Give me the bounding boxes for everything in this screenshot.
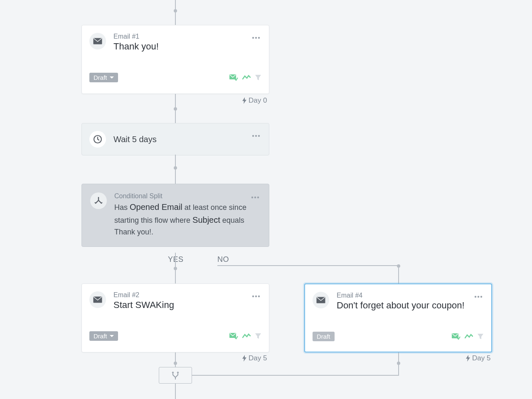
- smart-send-icon[interactable]: [229, 332, 238, 340]
- merge-node[interactable]: [159, 367, 192, 384]
- more-icon[interactable]: [251, 292, 261, 300]
- svg-point-19: [478, 296, 479, 298]
- email-title: Thank you!: [113, 41, 251, 52]
- connector-dot: [174, 166, 177, 170]
- svg-point-13: [252, 296, 254, 297]
- connector-dot: [397, 362, 400, 365]
- svg-point-18: [475, 296, 476, 298]
- email-card-1[interactable]: Email #1 Thank you! Draft: [81, 25, 269, 94]
- mail-icon: [89, 291, 106, 308]
- more-icon[interactable]: [251, 132, 261, 140]
- cond-eyebrow: Conditional Split: [114, 192, 250, 200]
- connector-dot: [397, 264, 400, 268]
- svg-point-6: [252, 135, 254, 137]
- analytics-icon[interactable]: [242, 75, 251, 81]
- smart-send-icon[interactable]: [229, 74, 238, 81]
- flow-canvas: Email #1 Thank you! Draft Day 0 Wait 5 d…: [0, 0, 532, 399]
- filter-icon[interactable]: [477, 333, 484, 340]
- day-text: Day 0: [249, 96, 267, 105]
- day-label: Day 5: [242, 354, 267, 362]
- day-label: Day 5: [466, 354, 490, 362]
- svg-point-10: [254, 197, 256, 198]
- connector-dot: [174, 267, 177, 270]
- svg-point-9: [251, 197, 253, 198]
- analytics-icon[interactable]: [242, 333, 251, 339]
- svg-point-20: [480, 296, 482, 298]
- branch-no-label: NO: [217, 255, 229, 264]
- email-eyebrow: Email #1: [113, 33, 251, 40]
- mail-icon: [89, 33, 106, 49]
- mail-icon: [313, 292, 329, 308]
- status-badge[interactable]: Draft: [313, 332, 335, 341]
- filter-icon[interactable]: [255, 333, 261, 340]
- svg-point-3: [258, 37, 260, 39]
- svg-point-14: [255, 296, 257, 297]
- filter-icon[interactable]: [255, 74, 261, 81]
- split-icon: [90, 192, 107, 209]
- chevron-down-icon: [110, 335, 114, 337]
- svg-point-1: [252, 37, 254, 39]
- status-text: Draft: [94, 74, 107, 81]
- cond-desc: Has Opened Email at least once since sta…: [114, 201, 250, 238]
- email-eyebrow: Email #4: [337, 292, 473, 299]
- lightning-icon: [242, 97, 247, 104]
- chevron-down-icon: [110, 76, 114, 79]
- status-text: Draft: [94, 332, 107, 340]
- connector-dot: [174, 107, 177, 111]
- email-card-4[interactable]: Email #4 Don't forget about your coupon!…: [304, 283, 492, 352]
- svg-point-2: [255, 37, 257, 39]
- more-icon[interactable]: [473, 293, 484, 301]
- lightning-icon: [466, 355, 470, 362]
- email-title: Don't forget about your coupon!: [337, 300, 473, 311]
- connector-line: [192, 375, 399, 376]
- wait-text: Wait 5 days: [113, 135, 251, 144]
- merge-icon: [171, 371, 180, 380]
- more-icon[interactable]: [251, 34, 261, 42]
- svg-point-7: [255, 135, 257, 137]
- connector-line: [175, 0, 176, 25]
- wait-card[interactable]: Wait 5 days: [81, 123, 269, 155]
- clock-icon: [89, 131, 106, 148]
- email-card-2[interactable]: Email #2 Start SWAKing Draft: [81, 283, 269, 352]
- day-text: Day 5: [249, 354, 267, 362]
- connector-dot: [174, 9, 177, 12]
- email-title: Start SWAKing: [113, 300, 251, 310]
- connector-line: [217, 265, 399, 266]
- status-text: Draft: [317, 333, 330, 340]
- conditional-split-card[interactable]: Conditional Split Has Opened Email at le…: [81, 184, 269, 247]
- day-text: Day 5: [472, 354, 490, 362]
- more-icon[interactable]: [250, 193, 261, 202]
- analytics-icon[interactable]: [465, 334, 473, 340]
- email-eyebrow: Email #2: [113, 291, 251, 299]
- status-badge[interactable]: Draft: [89, 331, 118, 341]
- lightning-icon: [242, 355, 247, 362]
- day-label: Day 0: [242, 96, 267, 105]
- connector-dot: [174, 362, 177, 365]
- svg-point-15: [258, 296, 260, 297]
- connector-line: [175, 384, 176, 399]
- status-badge[interactable]: Draft: [89, 73, 118, 82]
- svg-point-8: [258, 135, 260, 137]
- connector-line: [398, 265, 399, 283]
- smart-send-icon[interactable]: [451, 333, 461, 340]
- svg-point-11: [257, 197, 259, 198]
